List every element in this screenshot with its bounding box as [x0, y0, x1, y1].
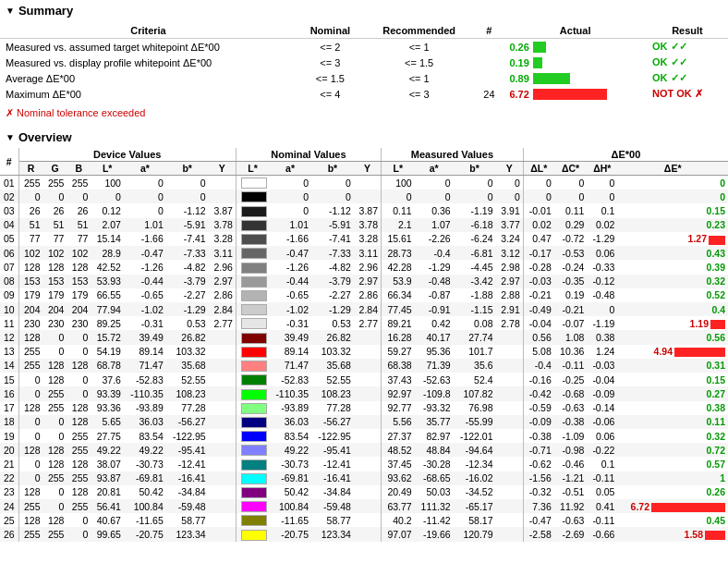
overview-row-Yn2 — [354, 176, 382, 190]
overview-row-dL: -0.71 — [523, 443, 554, 457]
overview-row-dE: 0.45 — [617, 513, 728, 527]
summary-row-num: 24 — [474, 86, 504, 102]
overview-row-Ym — [496, 429, 524, 443]
overview-row-b: 103.32 — [166, 345, 209, 359]
overview-row-Yn2 — [354, 485, 382, 499]
overview-triangle: ▼ — [6, 132, 15, 142]
overview-row-am: 50.03 — [415, 485, 454, 499]
overview-row-G: 179 — [43, 288, 67, 302]
overview-row-bm: 0 — [454, 176, 496, 190]
col-R: R — [18, 162, 42, 176]
overview-row-Lm: 53.9 — [382, 275, 415, 288]
overview-row-bm: -3.42 — [454, 275, 496, 288]
overview-header[interactable]: ▼ Overview — [0, 127, 728, 148]
overview-row-L: 20.81 — [91, 485, 124, 499]
overview-row-num: 08 — [0, 275, 18, 288]
overview-row-dH: -0.09 — [587, 386, 617, 400]
overview-row-Yn2: 3.11 — [354, 246, 382, 260]
col-anom: a* — [269, 162, 311, 176]
col-delta-group: ΔE*00 — [523, 148, 728, 162]
overview-row-am: -0.87 — [415, 288, 454, 302]
overview-row-bn: 108.23 — [311, 386, 354, 400]
overview-row-bn: -56.27 — [311, 415, 354, 429]
overview-row-dL: -0.04 — [523, 316, 554, 330]
overview-row-dC: 0 — [554, 190, 588, 203]
overview-row-dH: 0.41 — [587, 499, 617, 513]
overview-row-dH: -1.19 — [587, 316, 617, 330]
overview-row-an: -110.35 — [269, 386, 311, 400]
summary-table: Criteria Nominal Recommended # Actual Re… — [0, 23, 728, 102]
col-Ynom: Y — [354, 162, 382, 176]
overview-row-am: -93.32 — [415, 401, 454, 415]
overview-row-am: -68.65 — [415, 471, 454, 485]
summary-row-num — [474, 55, 504, 70]
overview-row-num: 01 — [0, 176, 18, 190]
overview-row-a: 0 — [124, 190, 166, 203]
col-am: a* — [415, 162, 454, 176]
overview-row-dE: 0.26 — [617, 485, 728, 499]
overview-row-dE: 1 — [617, 471, 728, 485]
overview-row-Yn2 — [354, 415, 382, 429]
overview-row-an: -20.75 — [269, 527, 311, 541]
overview-row-Y — [209, 190, 237, 203]
overview-row-an: -30.73 — [269, 457, 311, 471]
overview-row-swatch — [236, 316, 269, 330]
overview-row-bm: -12.34 — [454, 457, 496, 471]
overview-row-G: 26 — [43, 203, 67, 217]
overview-row-dE: 6.72 — [617, 499, 728, 513]
overview-row-dH: -0.48 — [587, 288, 617, 302]
overview-row-bn: 0.53 — [311, 316, 354, 330]
overview-row-Y: 2.97 — [209, 275, 237, 288]
overview-row-bm: -1.15 — [454, 302, 496, 316]
overview-row-num: 02 — [0, 190, 18, 203]
overview-row-am: -52.63 — [415, 373, 454, 386]
overview-row-Lm: 97.07 — [382, 527, 415, 541]
overview-row-bm: 0 — [454, 190, 496, 203]
overview-row-bm: -65.17 — [454, 499, 496, 513]
overview-row-Yn2 — [354, 443, 382, 457]
overview-row-b: -3.79 — [166, 275, 209, 288]
overview-row-b: -2.27 — [166, 288, 209, 302]
overview-row-Yn2 — [354, 345, 382, 359]
summary-col-nominal: Nominal — [297, 23, 364, 39]
overview-row-R: 0 — [18, 471, 42, 485]
overview-row-an: 83.54 — [269, 429, 311, 443]
overview-row-Ym — [496, 527, 524, 541]
overview-row-Ym: 3.24 — [496, 232, 524, 246]
overview-row-dC: -0.98 — [554, 443, 588, 457]
overview-row-dE: 1.58 — [617, 527, 728, 541]
overview-row-b: 52.55 — [166, 373, 209, 386]
overview-row-a: -110.35 — [124, 386, 166, 400]
overview-row-bm: -34.52 — [454, 485, 496, 499]
overview-row-an: 36.03 — [269, 415, 311, 429]
summary-row-result: OK ✓✓ — [647, 70, 728, 86]
overview-row-swatch — [236, 345, 269, 359]
col-dC: ΔC* — [554, 162, 588, 176]
overview-row-B: 128 — [67, 359, 91, 373]
overview-row-Ym: 2.88 — [496, 288, 524, 302]
overview-row-swatch — [236, 288, 269, 302]
overview-row-b: -5.91 — [166, 218, 209, 232]
overview-row-dH: -0.11 — [587, 513, 617, 527]
overview-row-b: -1.12 — [166, 203, 209, 217]
overview-row-B: 0 — [67, 513, 91, 527]
overview-row-dH: 0 — [587, 302, 617, 316]
overview-row-G: 255 — [43, 471, 67, 485]
nominal-exceeded-warning: ✗ Nominal tolerance exceeded — [0, 104, 728, 123]
overview-row-am: 111.32 — [415, 499, 454, 513]
summary-row-actual: 6.72 — [504, 86, 647, 102]
overview-row-bn: -1.12 — [311, 203, 354, 217]
overview-row-Lm: 59.27 — [382, 345, 415, 359]
overview-row-num: 16 — [0, 386, 18, 400]
summary-header[interactable]: ▼ Summary — [0, 0, 728, 21]
overview-row-bn: -16.41 — [311, 471, 354, 485]
col-Yn: Y — [209, 162, 237, 176]
overview-row-G: 51 — [43, 218, 67, 232]
overview-row-bm: 52.4 — [454, 373, 496, 386]
overview-row-num: 07 — [0, 260, 18, 274]
overview-row-L: 68.78 — [91, 359, 124, 373]
overview-row-bm: -6.24 — [454, 232, 496, 246]
overview-row-dL: -0.59 — [523, 401, 554, 415]
overview-row-L: 0 — [91, 190, 124, 203]
overview-row-num: 14 — [0, 359, 18, 373]
